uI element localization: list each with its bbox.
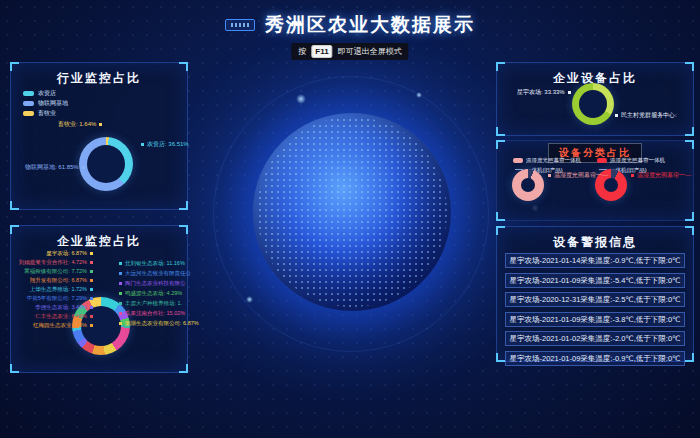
header: 秀洲区农业大数据展示 [0, 12, 700, 38]
enterprise-slice-label: 大运河生态牧业有限责任公 [119, 268, 199, 278]
enterprise-slice-label: 翔升发有限公司: 6.87% [13, 276, 93, 285]
panel-corner [179, 62, 188, 71]
panel-corner [685, 62, 694, 71]
panel-device-alarms: 设备警报信息 星宇农场-2021-01-14采集温度:-0.9℃,低于下限:0℃… [496, 226, 694, 362]
legend-label: 温湿度光照幕帘一体机 [526, 157, 581, 163]
legend-swatch [23, 111, 34, 116]
alarm-row: 星宇农场-2020-12-31采集温度:-2.5℃,低于下限:0℃ [505, 292, 685, 307]
industry-legend: 农资店物联网基地畜牧业 [23, 88, 68, 118]
legend-label: 物联网基地 [38, 99, 68, 108]
globe-visualization [253, 113, 451, 311]
alarm-row: 星宇农场-2021-01-09采集温度:-5.4℃,低于下限:0℃ [505, 273, 685, 288]
enterprise-slice-label: 北刘银生态农场: 11.16% [119, 258, 199, 268]
fullscreen-hint: 按 F11 即可退出全屏模式 [291, 43, 408, 60]
panel-corner [10, 364, 19, 373]
alarm-row: 星宇农场-2021-01-09采集温度:-3.8℃,低于下限:0℃ [505, 312, 685, 327]
label-agri-store: 农资店: 36.51% [141, 141, 189, 148]
legend-swatch [23, 91, 34, 96]
panel-corner [10, 201, 19, 210]
panel-corner [496, 140, 505, 149]
legend-swatch [513, 158, 523, 163]
panel-corner [685, 127, 694, 136]
enterprise-slice-label: 星宇农场: 6.87% [13, 249, 93, 258]
glow-dot [296, 94, 306, 104]
label-iot-base: 物联网基地: 61.85% [25, 164, 85, 171]
alarm-list: 星宇农场-2021-01-14采集温度:-0.9℃,低于下限:0℃星宇农场-20… [505, 253, 685, 370]
enterprise-slice-label: 仁丰生态农业: 6.44% [13, 312, 93, 321]
panel-title-industry: 行业监控占比 [11, 63, 187, 87]
enterprise-labels-right: 北刘银生态农场: 11.16%大运河生态牧业有限责任公陶门生态农业科技有限公鸣盛… [119, 258, 199, 328]
enterprise-slice-label: 上华生态养殖场: 1.72% [13, 285, 93, 294]
label-livestock: 畜牧业: 1.64% [58, 121, 102, 128]
glow-dot [416, 92, 422, 98]
donut-hole [604, 178, 618, 192]
panel-corner [496, 212, 505, 221]
donut-hole [521, 178, 535, 192]
panel-corner [496, 62, 505, 71]
panel-corner [496, 226, 505, 235]
panel-corner [179, 364, 188, 373]
panel-corner [685, 353, 694, 362]
glow-dot [246, 296, 253, 303]
donut-hole [579, 90, 607, 118]
label-minzhu-center: 民主村党群服务中心: [615, 112, 677, 119]
brand-logo [225, 19, 255, 31]
donut-hole [87, 145, 125, 183]
alarm-row: 星宇农场-2021-01-02采集温度:-2.0℃,低于下限:0℃ [505, 331, 685, 346]
panel-industry-monitor: 行业监控占比 农资店物联网基地畜牧业 畜牧业: 1.64% 农资店: 36.51… [10, 62, 188, 210]
f11-key-badge: F11 [311, 45, 332, 58]
legend-item[interactable]: 畜牧业 [23, 108, 68, 118]
panel-enterprise-monitor: 企业监控占比 星宇农场: 6.87%刘娟蔬菜专业合作社: 4.72%家福舜缘有限… [10, 225, 188, 373]
enterprise-slice-label: 陶门生态农业科技有限公 [119, 278, 199, 288]
panel-title-alarms: 设备警报信息 [497, 227, 693, 251]
page-title: 秀洲区农业大数据展示 [265, 12, 475, 38]
panel-corner [496, 353, 505, 362]
alarm-row: 星宇农场-2021-01-09采集温度:-0.9℃,低于下限:0℃ [505, 351, 685, 366]
enterprise-slice-label: 红梅园生态农业: 7.3% [13, 321, 93, 330]
device-legend-row[interactable]: 温湿度光照幕帘一体机 [513, 155, 581, 165]
enterprise-slice-label: 丰源大户种植养殖场: 1. [119, 298, 199, 308]
industry-donut-chart[interactable] [79, 137, 133, 191]
panel-corner [496, 127, 505, 136]
panel-title-enterprise: 企业监控占比 [11, 226, 187, 250]
panel-equipment-ratio: 企业设备占比 星宇农场: 33.33% 民主村党群服务中心: [496, 62, 694, 136]
panel-corner [179, 225, 188, 234]
panel-corner [685, 140, 694, 149]
equipment-donut-chart[interactable] [572, 83, 614, 125]
panel-corner [685, 226, 694, 235]
legend-swatch [597, 158, 607, 163]
enterprise-slice-label: 家福舜缘有限公司: 7.72% [13, 267, 93, 276]
device-donut-left[interactable] [512, 169, 544, 201]
label-xingyu-farm: 星宇农场: 33.33% [517, 89, 571, 96]
enterprise-slice-label: 刘娟蔬菜专业合作社: 4.72% [13, 258, 93, 267]
label-device-left: 温湿度光照幕帘一— [548, 172, 608, 179]
legend-item[interactable]: 物联网基地 [23, 98, 68, 108]
enterprise-slice-label: 中荷5年有限公司: 7.29% [13, 294, 93, 303]
enterprise-labels-left: 星宇农场: 6.87%刘娟蔬菜专业合作社: 4.72%家福舜缘有限公司: 7.7… [13, 249, 93, 330]
panel-device-classification: 设备分类占比 温湿度光照幕帘一体机一体机(旧产品) 温湿度光照幕帘一体机一体机(… [496, 140, 694, 221]
enterprise-slice-label: 鸣盛源生态农场: 4.29% [119, 288, 199, 298]
legend-item[interactable]: 农资店 [23, 88, 68, 98]
enterprise-slice-label: 鹏湖生态农业有限公司: 6.87% [119, 318, 199, 328]
device-legend-row[interactable]: 温湿度光照幕帘一体机 [597, 155, 665, 165]
enterprise-slice-label: 李强生态农场: 3.43% [13, 303, 93, 312]
legend-label: 温湿度光照幕帘一体机 [610, 157, 665, 163]
hint-prefix: 按 [298, 46, 306, 57]
panel-corner [10, 225, 19, 234]
label-device-right: 温湿度光照幕帘一— [631, 172, 691, 179]
panel-corner [10, 62, 19, 71]
legend-swatch [23, 101, 34, 106]
alarm-row: 星宇农场-2021-01-14采集温度:-0.9℃,低于下限:0℃ [505, 253, 685, 268]
legend-label: 畜牧业 [38, 109, 56, 118]
panel-corner [179, 201, 188, 210]
panel-corner [685, 212, 694, 221]
legend-label: 农资店 [38, 89, 56, 98]
hint-suffix: 即可退出全屏模式 [338, 46, 402, 57]
enterprise-slice-label: 瓜果沈南合作社: 15.02% [119, 308, 199, 318]
